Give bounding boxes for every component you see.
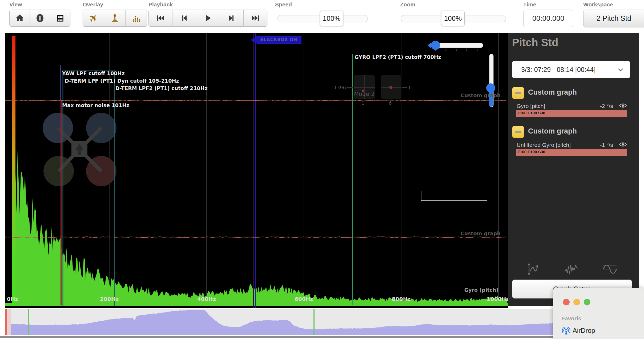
- axis-tick-600hz: 600Hz: [295, 296, 313, 302]
- graph-1-curve-badge[interactable]: Z100 E100 S30: [516, 110, 627, 117]
- filtered-sine-icon[interactable]: [602, 261, 618, 277]
- gyro-pitch-chart-label: Gyro [pitch]: [440, 287, 498, 293]
- window-bottom-edge: [0, 336, 644, 338]
- minus-icon: [515, 92, 521, 94]
- seek-marker-ghost: [7, 309, 11, 335]
- graph-1-visibility-toggle[interactable]: [619, 103, 627, 110]
- log-select-value: 3/3: 07:29 - 08:14 [00:44]: [521, 66, 595, 74]
- graph-2-field-value: -1 °/s: [600, 142, 613, 148]
- custom-graph-2-header: Custom graph: [528, 127, 577, 135]
- collapse-graph-1-button[interactable]: [512, 87, 524, 99]
- playback-section-label: Playback: [148, 1, 173, 8]
- seek-event-marker-1: [28, 309, 29, 335]
- zoom-value: 100%: [444, 14, 462, 23]
- noise-waveform-icon[interactable]: [564, 261, 579, 277]
- minimize-window-button[interactable]: [573, 299, 580, 305]
- view-button-group: [9, 10, 70, 27]
- spectrum-bars-icon: [132, 14, 141, 23]
- graph-tool-icons: [508, 261, 639, 277]
- custom-graph-2-chart-label: Custom graph: [442, 231, 501, 236]
- vertical-slider-knob[interactable]: [486, 83, 495, 92]
- log-seekbar[interactable]: [5, 309, 639, 335]
- yaw-lpf-annotation: YAW LPF cutoff 100Hz: [62, 70, 125, 76]
- dterm2-annotation: D-TERM LPF2 (PT1) cutoff 210Hz: [115, 85, 208, 91]
- axis-tick-0hz: 0Hz: [7, 296, 18, 302]
- home-icon: [15, 14, 24, 23]
- custom-graph-1-chart-label: Custom graph: [442, 92, 501, 98]
- seekbar-waveform: [5, 310, 639, 335]
- play-button[interactable]: [196, 10, 220, 26]
- home-button[interactable]: [10, 10, 30, 26]
- axis-tick-800hz: 800Hz: [392, 296, 410, 302]
- axis-tick-1000hz: 1000Hz: [487, 296, 509, 302]
- collapse-graph-2-button[interactable]: [512, 126, 524, 138]
- seek-position-marker[interactable]: [5, 309, 7, 335]
- stick-mode-label: Mode 2: [354, 91, 375, 97]
- right-stick-dot: [389, 86, 392, 89]
- eye-icon: [619, 103, 627, 108]
- zoom-window-button[interactable]: [584, 299, 590, 305]
- overlay-section-label: Overlay: [83, 1, 103, 8]
- spectrum-horizontal-slider[interactable]: [428, 41, 483, 51]
- graph-2-field-label: Unfiltered Gyro [pitch]: [517, 142, 571, 148]
- zoom-section-label: Zoom: [400, 1, 415, 8]
- craft-overlay-button[interactable]: ✈: [83, 10, 104, 26]
- info-icon: [36, 14, 44, 23]
- stick-bottom-right-value: 6: [389, 100, 392, 106]
- skip-to-end-icon: [250, 13, 260, 23]
- step-forward-button[interactable]: [220, 10, 244, 26]
- jump-start-button[interactable]: [149, 10, 172, 26]
- spectrum-vertical-slider[interactable]: [486, 54, 495, 107]
- stick-throttle-value: 1396: [331, 85, 346, 90]
- axis-tick-200hz: 200Hz: [100, 296, 119, 302]
- jump-end-button[interactable]: [244, 10, 267, 26]
- max-motor-noise-annotation: Max motor noise 101Hz: [62, 102, 129, 108]
- table-view-button[interactable]: [50, 10, 70, 26]
- blackbox-explorer-app: View Overlay ✈: [0, 0, 644, 339]
- analyser-overlay-button[interactable]: [126, 10, 147, 26]
- speed-slider-handle[interactable]: 100%: [320, 11, 343, 26]
- workspace-button[interactable]: 2 Pitch Std: [583, 10, 644, 27]
- skip-to-start-icon: [155, 13, 166, 23]
- log-info-button[interactable]: [30, 10, 50, 26]
- step-forward-icon: [227, 13, 237, 23]
- time-section-label: Time: [523, 1, 536, 8]
- seekbar-svg: [5, 309, 639, 335]
- empty-selection-box: [421, 191, 487, 201]
- sticks-overlay-button[interactable]: [104, 10, 126, 26]
- overlay-button-group: ✈: [83, 10, 147, 27]
- graph-2-visibility-toggle[interactable]: [619, 142, 627, 148]
- stick-icon: [110, 14, 119, 23]
- eye-icon: [619, 142, 627, 147]
- speed-value: 100%: [323, 14, 341, 23]
- seek-event-marker-2: [313, 309, 315, 335]
- workspace-title: Pitch Std: [512, 37, 558, 49]
- minus-icon: [515, 131, 521, 133]
- blackbox-on-label: BLACKBOX ON: [257, 37, 300, 42]
- time-value: 00:00.000: [532, 14, 564, 23]
- graph-2-curve-badge[interactable]: Z100 E100 S30: [516, 149, 627, 156]
- horizontal-slider-knob[interactable]: [431, 41, 440, 50]
- finder-favorites-label: Favoris: [561, 315, 581, 322]
- zoom-slider-handle[interactable]: 100%: [441, 11, 465, 26]
- airdrop-icon: [562, 327, 570, 335]
- playback-button-group: [148, 10, 267, 27]
- finder-window[interactable]: Favoris AirDrop: [553, 288, 644, 339]
- time-display[interactable]: 00:00.000: [523, 10, 573, 27]
- log-sidebar: Pitch Std 3/3: 07:29 - 08:14 [00:44] Cus…: [508, 33, 639, 306]
- close-window-button[interactable]: [563, 299, 570, 305]
- speed-section-label: Speed: [275, 1, 292, 8]
- step-back-button[interactable]: [172, 10, 196, 26]
- workspace-section-label: Workspace: [583, 1, 613, 8]
- step-back-icon: [179, 13, 189, 23]
- gyro-motion-icon[interactable]: [524, 261, 540, 277]
- axis-tick-400hz: 400Hz: [197, 296, 216, 302]
- dterm-dyn-annotation: D-TERM LPF (PT1) Dyn cutoff 105-210Hz: [65, 78, 179, 84]
- log-select-dropdown[interactable]: 3/3: 07:29 - 08:14 [00:44]: [512, 61, 630, 78]
- gyro-lpf2-annotation: GYRO LPF2 (PT1) cutoff 700Hz: [355, 54, 441, 60]
- finder-airdrop-item[interactable]: AirDrop: [573, 327, 595, 334]
- play-icon: [203, 13, 213, 23]
- workspace-value: 2 Pitch Std: [597, 14, 631, 23]
- custom-graph-1-header: Custom graph: [528, 88, 577, 96]
- stick-bottom-left-value: 1: [361, 100, 364, 106]
